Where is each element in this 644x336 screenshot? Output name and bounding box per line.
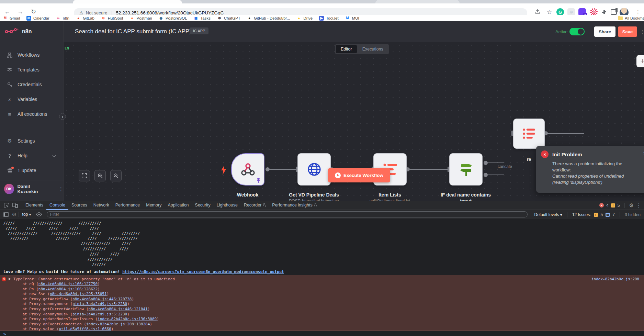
zoom-in-button[interactable] (94, 170, 106, 181)
grey-extension-icon[interactable]: ⊛ (567, 8, 575, 16)
share-page-icon[interactable] (534, 8, 541, 16)
browser-menu-icon[interactable]: ⋮ (635, 9, 641, 15)
devtools-tab[interactable]: Network (90, 201, 112, 210)
bookmark-item[interactable]: ▶ ToolJet (319, 16, 338, 21)
bookmark-item[interactable]: ● Postman (130, 16, 152, 21)
bookmark-item[interactable]: M MUI (345, 16, 359, 21)
devtools-tab[interactable]: Lighthouse (214, 201, 241, 210)
devtools-tab[interactable]: Elements (22, 201, 46, 210)
grammarly-extension-icon[interactable]: G (556, 8, 564, 16)
bookmark-item[interactable]: ▦ Tasks (194, 16, 211, 21)
bookmark-item[interactable]: ∞ n8n (56, 16, 69, 21)
source-location-link[interactable]: n8n-4cd6a804.js:166:127750 (38, 282, 98, 286)
bookmark-item[interactable]: ⊕ ChatGPT (217, 16, 240, 21)
log-levels-select[interactable]: Default levels ▾ (534, 212, 562, 217)
source-location-link[interactable]: pinia-3a4a2cd9.js:5:2230 (72, 312, 127, 316)
sidebar-item-credentials[interactable]: Credentials (0, 78, 64, 91)
sidebar-item-templates[interactable]: Templates (0, 64, 64, 76)
source-location-link[interactable]: n8n-4cd6a804.js:446:120738 (72, 297, 132, 301)
workflow-menu-icon[interactable]: ⋮ (640, 29, 644, 35)
user-menu[interactable]: DK Daniil Kuzovkin ⋮ (0, 180, 64, 197)
add-node-button[interactable]: + (636, 55, 644, 67)
workflow-title[interactable]: Search deal for IC APP submit form (IC A… (75, 28, 191, 35)
source-location-link[interactable]: index-82b42b0c.js:208:138284 (86, 322, 150, 326)
console-filter-input[interactable] (47, 211, 528, 217)
init-problem-popup: × Init Problem × There was a problem ini… (536, 146, 644, 193)
devtools-tab[interactable]: Security (192, 201, 214, 210)
output-port[interactable] (484, 173, 488, 177)
node-get-vd-pipeline-deals[interactable] (297, 153, 331, 186)
careers-link[interactable]: https://n8n.io/careers?utm_source=n8n_us… (122, 269, 284, 274)
side-panel-icon[interactable] (610, 8, 618, 16)
devtools-settings-icon[interactable]: ⚙ (629, 202, 634, 209)
devtools-tab[interactable]: Sources (68, 201, 90, 210)
devtools-tab[interactable]: Memory (143, 201, 165, 210)
sidebar-item-workflows[interactable]: Workflows (0, 49, 64, 61)
bookmark-star-icon[interactable]: ☆ (545, 8, 553, 16)
devtools-tab-label: Application (168, 203, 189, 208)
pinwheel-extension-icon[interactable] (590, 8, 598, 16)
trigger-lightning-icon[interactable] (221, 165, 227, 176)
devtools-tab[interactable]: Recorder (241, 201, 269, 210)
sidebar-item-updates[interactable]: 1 update (0, 164, 64, 177)
source-location-link[interactable]: n8n-4cd6a804.js:166:128622 (38, 287, 98, 291)
bookmark-item[interactable]: ▲ GitLab (76, 16, 94, 21)
output-port[interactable] (265, 167, 270, 171)
sidebar-collapse-button[interactable]: ‹ (59, 113, 66, 120)
node-if[interactable] (449, 153, 483, 186)
zoom-to-fit-button[interactable] (79, 170, 90, 181)
device-toolbar-icon[interactable] (12, 202, 18, 208)
devtools-tab[interactable]: Console (46, 201, 68, 210)
inactive-tab[interactable] (375, 0, 460, 3)
javascript-context-select[interactable]: top ▾ (22, 212, 31, 217)
bookmark-item[interactable]: ● GitHub - Debdut/br... (247, 16, 290, 21)
node-webhook[interactable] (231, 153, 264, 186)
purple-extension-icon[interactable]: 5 (578, 8, 586, 16)
error-source-link[interactable]: index-82b42b0c.js:208 (591, 277, 639, 282)
active-toggle[interactable] (569, 28, 585, 35)
source-location-link[interactable]: util-d5a5fff8.js:1:6660 (59, 327, 111, 331)
execute-workflow-button[interactable]: Execute Workflow (328, 168, 390, 182)
inspect-element-icon[interactable] (3, 202, 9, 208)
console-sidebar-icon[interactable] (3, 212, 9, 217)
zoom-out-button[interactable] (110, 170, 122, 181)
extensions-puzzle-icon[interactable] (600, 8, 608, 16)
workflow-tag[interactable]: IC APP (190, 27, 208, 34)
bookmark-item[interactable]: ◉ PostgreSQL (159, 16, 187, 21)
share-button[interactable]: Share (594, 26, 615, 37)
sidebar-item-help[interactable]: ? Help (0, 149, 64, 162)
tab-editor[interactable]: Editor (336, 45, 357, 53)
expand-triangle-icon[interactable] (9, 278, 11, 280)
clear-console-icon[interactable]: ⊘ (12, 211, 16, 217)
sidebar-item-variables[interactable]: x Variables (0, 93, 64, 105)
back-icon[interactable]: ← (4, 8, 10, 15)
all-bookmarks-button[interactable]: All Bookma (616, 15, 644, 21)
bookmark-item[interactable]: ⊛ HubSpot (101, 16, 123, 21)
forward-icon[interactable]: → (17, 8, 23, 15)
source-location-link[interactable]: index-82b42b0c.js:136:3089 (98, 317, 157, 321)
bookmark-label: Calendar (33, 16, 49, 20)
source-location-link[interactable]: pinia-3a4a2cd9.js:5:2230 (72, 302, 127, 306)
active-tab[interactable] (73, 0, 182, 3)
node-rename[interactable] (513, 119, 545, 149)
devtools-tab[interactable]: Performance insights (269, 201, 320, 210)
source-location-link[interactable]: n8n-4cd6a804.js:295:35051 (50, 292, 107, 296)
refresh-icon[interactable]: ↻ (31, 8, 36, 15)
user-menu-icon[interactable]: ⋮ (58, 186, 64, 192)
source-location-link[interactable]: n8n-4cd6a804.js:446:121041 (89, 307, 148, 311)
tab-executions[interactable]: Executions (358, 45, 388, 53)
save-button[interactable]: Save (618, 26, 637, 37)
bookmark-favicon: ∞ (56, 16, 61, 21)
console-prompt[interactable]: > (3, 332, 6, 336)
sidebar-item-all-executions[interactable]: ≡ All executions (0, 108, 64, 120)
devtools-tab[interactable]: Application (165, 201, 192, 210)
n8n-logo[interactable]: n8n (5, 28, 32, 35)
devtools-tab[interactable]: Performance (112, 201, 143, 210)
issues-label[interactable]: 12 Issues: (572, 212, 591, 217)
bookmark-item[interactable]: M Gmail (3, 16, 20, 21)
devtools-menu-icon[interactable]: ⋮ (636, 202, 641, 209)
bookmark-item[interactable]: 31 Calendar (26, 16, 49, 21)
sidebar-item-settings[interactable]: ⚙ Settings (0, 135, 64, 147)
eye-icon[interactable] (36, 212, 42, 216)
bookmark-item[interactable]: ▲ Drive (296, 16, 313, 21)
